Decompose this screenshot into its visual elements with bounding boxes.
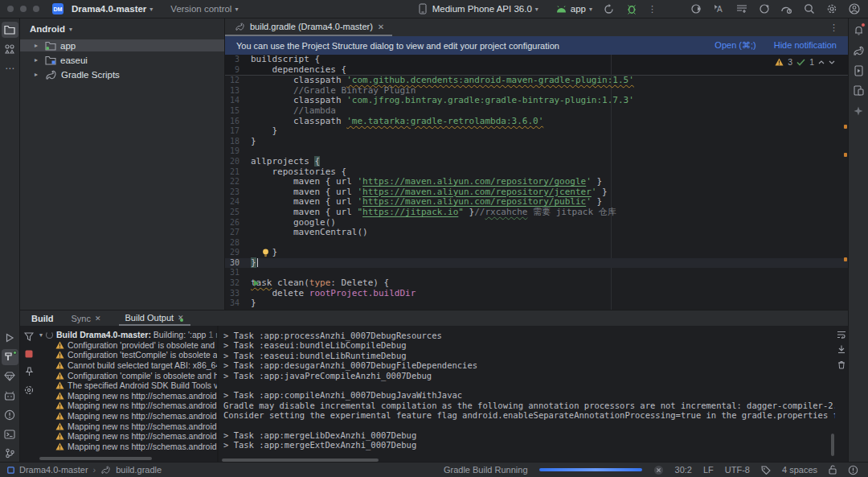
code-line[interactable]: 17 } (225, 126, 848, 137)
indent-setting[interactable]: 4 spaces (782, 465, 817, 475)
gemini-icon[interactable] (850, 102, 867, 119)
build-warning-row[interactable]: Mapping new ns http://schemas.android.co… (38, 421, 217, 431)
code-editor[interactable]: 3buildscript {9 dependencies { 12 classp… (225, 55, 848, 310)
window-close-button[interactable] (7, 6, 14, 12)
run-configuration-selector[interactable]: app ▾ (555, 3, 592, 15)
project-selector[interactable]: Drama4.0-master ▾ (72, 4, 153, 14)
settings-icon[interactable] (825, 3, 837, 15)
window-minimize-button[interactable] (20, 6, 27, 12)
version-control-tool-icon[interactable] (2, 446, 18, 462)
version-control-menu[interactable]: Version control ▾ (170, 4, 238, 14)
intention-bulb-icon[interactable] (262, 249, 269, 257)
logcat-icon[interactable] (735, 3, 747, 15)
build-tab-sync[interactable]: Sync✕ (65, 310, 108, 326)
sync-project-icon[interactable] (603, 3, 615, 15)
code-line[interactable]: 28 (225, 238, 848, 249)
code-line[interactable]: 34} (225, 298, 848, 309)
warning-stripe-mark[interactable] (844, 125, 847, 129)
build-tool-icon[interactable] (2, 349, 18, 365)
gradle-tool-icon[interactable] (850, 42, 867, 59)
breadcrumb-file[interactable]: build.gradle (116, 465, 162, 475)
tag-icon[interactable] (761, 466, 771, 475)
filter-warnings-icon[interactable] (24, 332, 34, 341)
build-warning-row[interactable]: Cannot build selected target ABI: x86_64… (38, 360, 217, 371)
chevron-right-icon[interactable]: ▸ (35, 42, 41, 49)
build-tree-root[interactable]: ▾ Build Drama4.0-master: Building: ':app… (38, 330, 217, 340)
scroll-to-end-icon[interactable] (837, 345, 845, 354)
build-warning-row[interactable]: The specified Android SDK Build Tools ve… (38, 380, 217, 391)
resource-manager-icon[interactable] (2, 41, 18, 57)
build-warning-row[interactable]: Mapping new ns http://schemas.android.co… (38, 411, 217, 421)
build-tab-build-output[interactable]: Build Output✕ (119, 310, 190, 326)
stop-build-icon[interactable] (25, 350, 33, 358)
close-tab-icon[interactable]: ✕ (95, 315, 101, 323)
breadcrumb-project[interactable]: Drama4.0-master (19, 465, 88, 475)
line-ending[interactable]: LF (703, 465, 714, 475)
run-task-gutter-icon[interactable] (254, 280, 259, 286)
build-warning-row[interactable]: Mapping new ns http://schemas.android.co… (38, 442, 217, 452)
device-selector[interactable]: Medium Phone API 36.0 ▾ (417, 3, 538, 15)
notifications-icon[interactable] (850, 22, 867, 39)
code-line[interactable]: 9 dependencies { (225, 65, 848, 76)
run-tool-icon[interactable] (2, 330, 18, 346)
build-console[interactable]: > Task :app:processAnzhi_0007DebugResour… (219, 326, 835, 463)
clear-console-icon[interactable] (837, 360, 845, 369)
open-project-structure-link[interactable]: Open (⌘;) (714, 40, 755, 51)
build-warning-row[interactable]: Mapping new ns http://schemas.android.co… (38, 391, 217, 401)
profiler-icon[interactable] (690, 3, 702, 15)
pin-icon[interactable] (25, 367, 34, 376)
build-warning-row[interactable]: Configuration 'testCompile' is obsolete … (38, 350, 217, 360)
editor-scrollbar[interactable] (841, 55, 848, 310)
inspections-widget[interactable]: 3 1 (775, 57, 835, 67)
bug-icon[interactable] (625, 3, 637, 15)
console-vertical-scrollbar[interactable] (831, 434, 834, 456)
code-line[interactable]: 16 classpath 'me.tatarka:gradle-retrolam… (225, 117, 848, 127)
progress-label[interactable]: Gradle Build Running (444, 465, 528, 475)
chevron-right-icon[interactable]: ▸ (35, 71, 41, 78)
file-encoding[interactable]: UTF-8 (725, 465, 750, 475)
code-line[interactable]: 30} (225, 258, 848, 269)
warning-stripe-mark[interactable] (844, 257, 847, 261)
project-tool-icon[interactable] (2, 22, 18, 38)
code-line[interactable]: 29 } (225, 248, 848, 258)
editor-tab[interactable]: build.gradle (Drama4.0-master) ✕ (225, 19, 392, 36)
warning-stripe-mark[interactable] (844, 153, 847, 157)
search-icon[interactable] (803, 3, 815, 15)
ai-assistant-icon[interactable] (758, 3, 770, 15)
profiler-tool-icon[interactable] (2, 368, 18, 384)
code-line[interactable]: 33 delete rootProject.buildDir (225, 289, 848, 299)
next-problem-icon[interactable] (829, 60, 835, 64)
cancel-build-icon[interactable] (653, 465, 664, 475)
tree-horizontal-scrollbar[interactable] (39, 457, 152, 460)
unlocked-icon[interactable] (829, 465, 837, 475)
build-warning-row[interactable]: Mapping new ns http://schemas.android.co… (38, 431, 217, 442)
editor-options-menu[interactable]: ⋮ (829, 23, 838, 33)
chevron-right-icon[interactable]: ▸ (35, 56, 41, 64)
project-tree-item-app[interactable]: ▸app (20, 39, 224, 51)
more-tool-windows-icon[interactable]: ⋯ (2, 60, 18, 76)
code-line[interactable]: 27 mavenCentral() (225, 228, 848, 238)
caret-position[interactable]: 30:2 (675, 465, 692, 475)
soft-wrap-icon[interactable] (837, 331, 846, 339)
project-tree-item-easeui[interactable]: ▸easeui (20, 54, 224, 66)
terminal-tool-icon[interactable] (2, 426, 18, 442)
device-manager-icon[interactable] (850, 82, 867, 99)
running-devices-icon[interactable] (850, 62, 867, 79)
info-icon[interactable] (848, 465, 858, 475)
problems-tool-icon[interactable] (2, 407, 18, 423)
window-controls[interactable] (7, 6, 39, 12)
gradle-sync-icon[interactable] (780, 3, 792, 15)
build-warning-row[interactable]: Mapping new ns http://schemas.android.co… (38, 401, 217, 411)
code-line[interactable]: 18} (225, 137, 848, 147)
more-actions-menu[interactable]: ⋮ (648, 4, 657, 14)
close-tab-icon[interactable]: ✕ (378, 23, 384, 31)
layout-inspector-icon[interactable]: A (713, 3, 725, 15)
logcat-tool-icon[interactable] (2, 388, 18, 404)
build-warning-row[interactable]: Configuration 'compile' is obsolete and … (38, 370, 217, 380)
build-warning-row[interactable]: Configuration 'provided' is obsolete and… (38, 340, 217, 351)
account-icon[interactable] (848, 3, 860, 15)
prev-problem-icon[interactable] (818, 60, 825, 64)
window-zoom-button[interactable] (33, 6, 39, 12)
build-settings-icon[interactable] (24, 385, 34, 395)
project-tree-item-gradle-scripts[interactable]: ▸Gradle Scripts (20, 68, 224, 80)
